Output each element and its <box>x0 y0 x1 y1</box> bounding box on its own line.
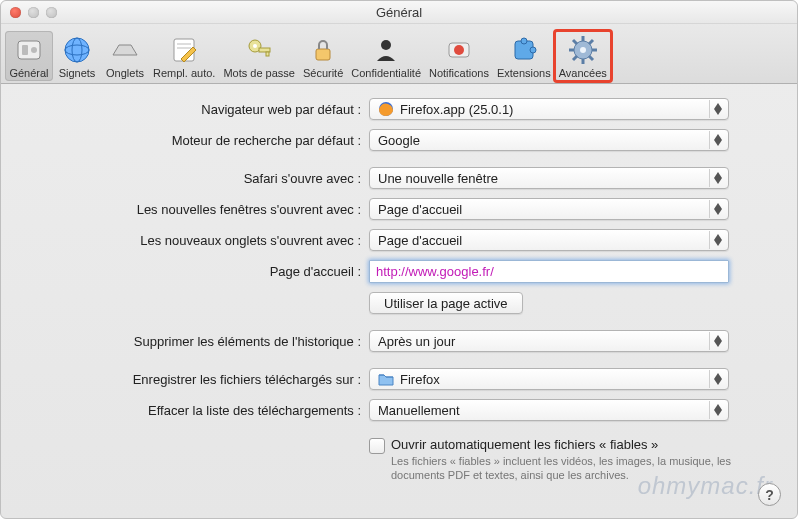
tab-general[interactable]: Général <box>5 31 53 81</box>
svg-point-21 <box>580 47 586 53</box>
window-controls <box>10 7 57 18</box>
new-tabs-popup[interactable]: Page d'accueil <box>369 229 729 251</box>
new-windows-label: Les nouvelles fenêtres s'ouvrent avec : <box>21 202 369 217</box>
svg-rect-1 <box>22 45 28 55</box>
svg-point-14 <box>381 40 391 50</box>
chevron-updown-icon <box>709 332 726 350</box>
svg-line-29 <box>573 56 577 60</box>
svg-point-10 <box>253 44 257 48</box>
preferences-window: Général Général Signets Onglets Rem <box>0 0 798 519</box>
tab-label: Notifications <box>429 67 489 79</box>
chevron-updown-icon <box>709 231 726 249</box>
popup-value: Firefox <box>400 372 440 387</box>
svg-point-2 <box>31 47 37 53</box>
safe-open-text: Ouvrir automatiquement les fichiers « fi… <box>391 437 759 483</box>
window-title: Général <box>1 5 797 20</box>
notification-icon <box>442 33 476 67</box>
person-icon <box>369 33 403 67</box>
tab-label: Extensions <box>497 67 551 79</box>
safe-open-checkbox[interactable] <box>369 438 385 454</box>
svg-rect-11 <box>259 48 270 52</box>
popup-value: Page d'accueil <box>378 233 462 248</box>
popup-value: Manuellement <box>378 403 460 418</box>
switch-icon <box>12 33 46 67</box>
download-location-popup[interactable]: Firefox <box>369 368 729 390</box>
chevron-updown-icon <box>709 200 726 218</box>
tab-label: Onglets <box>106 67 144 79</box>
tab-passwords[interactable]: Mots de passe <box>219 31 299 81</box>
tab-bookmarks[interactable]: Signets <box>53 31 101 81</box>
svg-point-3 <box>65 38 89 62</box>
firefox-icon <box>378 101 394 117</box>
remove-history-label: Supprimer les éléments de l'historique : <box>21 334 369 349</box>
tab-security[interactable]: Sécurité <box>299 31 347 81</box>
globe-icon <box>60 33 94 67</box>
popup-value: Page d'accueil <box>378 202 462 217</box>
tab-icon <box>108 33 142 67</box>
popup-value: Firefox.app (25.0.1) <box>400 102 513 117</box>
svg-point-19 <box>530 47 536 53</box>
new-tabs-label: Les nouveaux onglets s'ouvrent avec : <box>21 233 369 248</box>
default-browser-popup[interactable]: Firefox.app (25.0.1) <box>369 98 729 120</box>
tab-notifications[interactable]: Notifications <box>425 31 493 81</box>
opens-with-label: Safari s'ouvre avec : <box>21 171 369 186</box>
folder-icon <box>378 372 394 386</box>
popup-value: Une nouvelle fenêtre <box>378 171 498 186</box>
tab-advanced[interactable]: Avancées <box>555 31 611 81</box>
titlebar: Général <box>1 1 797 24</box>
tab-label: Sécurité <box>303 67 343 79</box>
chevron-updown-icon <box>709 401 726 419</box>
pencil-form-icon <box>167 33 201 67</box>
tab-label: Confidentialité <box>351 67 421 79</box>
svg-rect-12 <box>266 52 269 56</box>
preferences-toolbar: Général Signets Onglets Rempl. auto. Mot <box>1 24 797 84</box>
clear-downloads-label: Effacer la liste des téléchargements : <box>21 403 369 418</box>
tab-autofill[interactable]: Rempl. auto. <box>149 31 219 81</box>
svg-line-26 <box>573 40 577 44</box>
lock-icon <box>306 33 340 67</box>
close-icon[interactable] <box>10 7 21 18</box>
tab-label: Avancées <box>559 67 607 79</box>
tab-label: Signets <box>59 67 96 79</box>
default-search-popup[interactable]: Google <box>369 129 729 151</box>
tab-extensions[interactable]: Extensions <box>493 31 555 81</box>
remove-history-popup[interactable]: Après un jour <box>369 330 729 352</box>
chevron-updown-icon <box>709 131 726 149</box>
tab-label: Mots de passe <box>223 67 295 79</box>
svg-rect-13 <box>316 49 330 60</box>
chevron-updown-icon <box>709 370 726 388</box>
safe-open-description: Les fichiers « fiables » incluent les vi… <box>391 454 759 483</box>
tab-label: Général <box>9 67 48 79</box>
chevron-updown-icon <box>709 100 726 118</box>
svg-line-27 <box>589 56 593 60</box>
tab-label: Rempl. auto. <box>153 67 215 79</box>
safe-open-label: Ouvrir automatiquement les fichiers « fi… <box>391 437 759 452</box>
homepage-label: Page d'accueil : <box>21 264 369 279</box>
popup-value: Google <box>378 133 420 148</box>
svg-point-18 <box>521 38 527 44</box>
default-browser-label: Navigateur web par défaut : <box>21 102 369 117</box>
minimize-icon[interactable] <box>28 7 39 18</box>
default-search-label: Moteur de recherche par défaut : <box>21 133 369 148</box>
general-pane: Navigateur web par défaut : Firefox.app … <box>1 84 797 493</box>
use-current-page-button[interactable]: Utiliser la page active <box>369 292 523 314</box>
download-location-label: Enregistrer les fichiers téléchargés sur… <box>21 372 369 387</box>
clear-downloads-popup[interactable]: Manuellement <box>369 399 729 421</box>
zoom-icon[interactable] <box>46 7 57 18</box>
popup-value: Après un jour <box>378 334 455 349</box>
tab-privacy[interactable]: Confidentialité <box>347 31 425 81</box>
chevron-updown-icon <box>709 169 726 187</box>
question-icon: ? <box>765 487 774 503</box>
new-windows-popup[interactable]: Page d'accueil <box>369 198 729 220</box>
svg-line-28 <box>589 40 593 44</box>
tab-tabs[interactable]: Onglets <box>101 31 149 81</box>
gear-icon <box>566 33 600 67</box>
opens-with-popup[interactable]: Une nouvelle fenêtre <box>369 167 729 189</box>
key-icon <box>242 33 276 67</box>
homepage-field[interactable] <box>369 260 729 283</box>
puzzle-icon <box>507 33 541 67</box>
help-button[interactable]: ? <box>758 483 781 506</box>
svg-point-16 <box>454 45 464 55</box>
